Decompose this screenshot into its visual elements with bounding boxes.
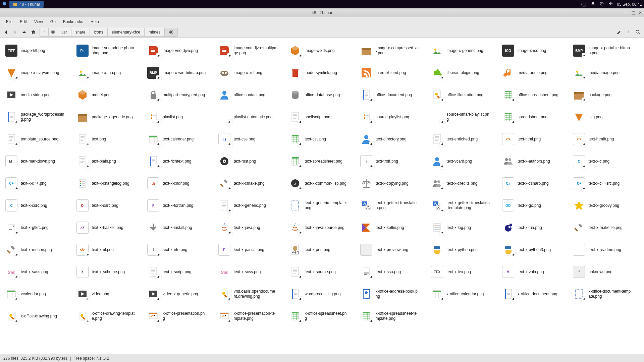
file-item[interactable]: { }text-css.png xyxy=(216,129,286,149)
notifications-icon[interactable] xyxy=(591,1,595,7)
file-item[interactable]: ICOimage-x-ico.png xyxy=(500,41,570,61)
file-item[interactable]: text-x-credits.png xyxy=(429,173,499,193)
file-item[interactable]: BMPimage-x-win-bitmap.png xyxy=(145,63,215,83)
file-item[interactable]: text-plain.png xyxy=(74,151,144,171)
file-item[interactable]: text-x-meson.png xyxy=(3,240,73,260)
file-item[interactable]: Dtext-x-dsrc.png xyxy=(74,195,144,216)
power-icon[interactable] xyxy=(599,1,604,7)
file-item[interactable]: x-office-calendar.png xyxy=(429,284,499,304)
file-item[interactable]: Perltext-x-perl.png xyxy=(287,240,357,260)
file-item[interactable]: text-x-copying.png xyxy=(358,173,428,193)
file-item[interactable]: text-x-groovy.png xyxy=(571,195,641,216)
file-item[interactable]: text-x-java.png xyxy=(216,218,286,238)
file-item[interactable]: A文text-x-gettext-translation-template.pn… xyxy=(429,195,499,216)
file-item[interactable]: text-csv.png xyxy=(287,129,357,149)
file-item[interactable]: Ftext-x-fortran.png xyxy=(145,195,215,216)
file-item[interactable]: office-spreadsheet.png xyxy=(500,85,570,105)
file-item[interactable]: office-document.png xyxy=(358,85,428,105)
volume-icon[interactable] xyxy=(608,1,613,7)
file-item[interactable]: text-x-kotlin.png xyxy=(358,218,428,238)
file-item[interactable]: text-enriched.png xyxy=(429,129,499,149)
path-segment[interactable]: icons xyxy=(90,28,108,36)
file-item[interactable]: shellscript.png xyxy=(287,107,357,127)
file-item[interactable]: text-x-generic.png xyxy=(216,195,286,216)
forward-button[interactable] xyxy=(11,28,19,36)
path-next-icon[interactable]: › xyxy=(625,28,633,36)
file-item[interactable]: media-video.png xyxy=(3,85,73,105)
path-segment[interactable]: 48 xyxy=(165,28,177,36)
file-item[interactable]: Vtext-x-vala.png xyxy=(500,262,570,282)
file-item[interactable]: C+text-x-c++src.png xyxy=(571,173,641,193)
file-item[interactable]: text.png xyxy=(74,129,144,149)
clock[interactable]: 05 Sep, 06:41 xyxy=(617,2,642,7)
file-item[interactable]: image-vnd.djvu.png xyxy=(145,41,215,61)
file-item[interactable]: image-x-tga.png xyxy=(74,63,144,83)
file-item[interactable]: text-richtext.png xyxy=(145,151,215,171)
file-item[interactable]: C+text-x-c++.png xyxy=(3,173,73,193)
file-item[interactable]: itext-x-nfo.png xyxy=(145,240,215,260)
file-item[interactable]: text-x-install.png xyxy=(145,218,215,238)
file-item[interactable]: office-database.png xyxy=(287,85,357,105)
file-item[interactable]: office-illustration.png xyxy=(429,85,499,105)
file-item[interactable]: vcalendar.png xyxy=(3,284,73,304)
file-item[interactable]: image-x-3ds.png xyxy=(287,41,357,61)
file-item[interactable]: text-x-makefile.png xyxy=(571,218,641,238)
file-item[interactable]: source-smart-playlist.png xyxy=(429,107,499,127)
file-item[interactable]: .htext-x-chdr.png xyxy=(145,173,215,193)
home-button[interactable] xyxy=(29,28,37,36)
file-item[interactable]: text-vcard.png xyxy=(429,151,499,171)
file-item[interactable]: </>text-xml.png xyxy=(74,240,144,260)
file-item[interactable]: text-x-changelog.png xyxy=(74,173,144,193)
menu-file[interactable]: File xyxy=(3,18,16,25)
file-item[interactable]: package-x-generic.png xyxy=(74,107,144,127)
file-item[interactable]: internet-feed.png xyxy=(358,63,428,83)
path-segment[interactable]: elementary-xfce xyxy=(108,28,145,36)
file-item[interactable]: >λtext-x-haskell.png xyxy=(74,218,144,238)
path-segment[interactable]: mimes xyxy=(145,28,165,36)
file-item[interactable]: x-office-spreadsheet.png xyxy=(287,306,357,326)
file-item[interactable]: GOtext-x-go.png xyxy=(500,195,570,216)
file-item[interactable]: text-x-cmake.png xyxy=(216,173,286,193)
file-item[interactable]: A文text-x-gettext-translation.png xyxy=(358,195,428,216)
file-item[interactable]: image-x-compressed-xcf.png xyxy=(358,41,428,61)
file-item[interactable]: playlist.png xyxy=(145,107,215,127)
file-item[interactable]: x-office-drawing.png xyxy=(3,306,73,326)
file-item[interactable]: itext-x-readme.png xyxy=(571,240,641,260)
file-item[interactable]: x-office-spreadsheet-template.png xyxy=(358,306,428,326)
file-item[interactable]: spreadsheet.png xyxy=(500,107,570,127)
file-item[interactable]: Ctext-x-c.png xyxy=(571,151,641,171)
close-icon[interactable]: ✕ xyxy=(639,10,642,15)
file-item[interactable]: image-x-generic.png xyxy=(429,41,499,61)
file-item[interactable]: x-office-address-book.png xyxy=(358,284,428,304)
menu-help[interactable]: Help xyxy=(87,18,102,25)
path-segment[interactable]: usr xyxy=(57,28,71,36)
file-item[interactable]: Psimage-vnd.adobe.photoshop.png xyxy=(74,41,144,61)
file-item[interactable]: libpeas-plugin.png xyxy=(429,63,499,83)
file-view[interactable]: TIFFimage-tiff.pngPsimage-vnd.adobe.phot… xyxy=(0,38,644,354)
file-item[interactable]: Ctext-x-csrc.png xyxy=(3,195,73,216)
file-item[interactable]: text-spreadsheet.png xyxy=(287,151,357,171)
file-item[interactable]: </>text-html.png xyxy=(500,129,570,149)
file-item[interactable]: text-x-ssa.png xyxy=(358,262,428,282)
file-item[interactable]: x-office-document.png xyxy=(500,284,570,304)
file-item[interactable]: inode-symlink.png xyxy=(287,63,357,83)
edit-path-button[interactable] xyxy=(615,28,623,36)
search-button[interactable] xyxy=(634,28,642,36)
file-item[interactable]: playlist-automatic.png xyxy=(216,107,286,127)
file-item[interactable]: template_source.png xyxy=(3,129,73,149)
apps-menu-icon[interactable] xyxy=(2,1,7,7)
file-item[interactable]: multipart-encrypted.png xyxy=(145,85,215,105)
file-item[interactable]: text-x-script.png xyxy=(145,262,215,282)
menu-go[interactable]: Go xyxy=(47,18,59,25)
file-item[interactable]: text-x-java-source.png xyxy=(287,218,357,238)
file-item[interactable]: x-office-presentation.png xyxy=(145,306,215,326)
file-item[interactable]: C#text-x-csharp.png xyxy=(500,173,570,193)
file-item[interactable]: text-x-preview.png xyxy=(358,240,428,260)
file-item[interactable]: </>text-htmlh.png xyxy=(571,129,641,149)
file-item[interactable]: text-x-generic-template.png xyxy=(287,195,357,216)
file-item[interactable]: x-office-drawing-template.png xyxy=(74,306,144,326)
menu-view[interactable]: View xyxy=(31,18,46,25)
file-item[interactable]: ?unknown.png xyxy=(571,262,641,282)
file-item[interactable]: svg.png xyxy=(571,107,641,127)
file-item[interactable]: text-x-source.png xyxy=(287,262,357,282)
